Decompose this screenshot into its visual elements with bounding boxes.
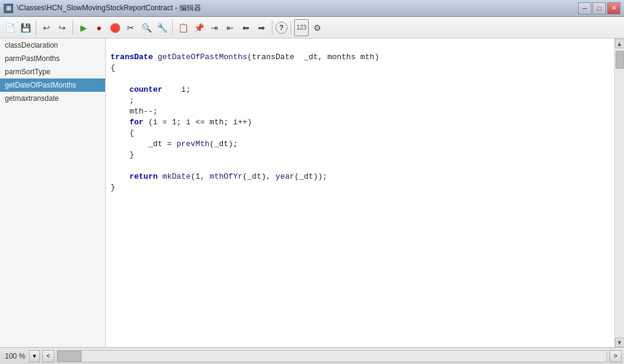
sidebar: classDeclaration parmPastMonths parmSort…: [0, 39, 106, 347]
undo-button[interactable]: ↩: [39, 19, 54, 36]
separator-3: [172, 21, 173, 35]
scissors-button[interactable]: ✂: [123, 19, 138, 36]
scroll-up-button[interactable]: ▲: [615, 39, 625, 48]
maximize-button[interactable]: □: [593, 2, 606, 14]
gear-button[interactable]: ⚙: [310, 19, 324, 36]
outdent-button[interactable]: ⇤: [223, 19, 237, 36]
zoom-dropdown-button[interactable]: ▼: [29, 350, 40, 362]
scroll-thumb-h[interactable]: [57, 351, 82, 362]
zoom-controls: 100 % ▼: [2, 350, 40, 362]
scroll-down-button[interactable]: ▼: [615, 337, 625, 347]
main-area: classDeclaration parmPastMonths parmSort…: [0, 39, 624, 347]
new-button[interactable]: 📄: [2, 19, 17, 36]
minimize-button[interactable]: ─: [578, 2, 591, 14]
copy-button[interactable]: 📋: [176, 19, 190, 36]
app-icon: ⊞: [4, 4, 13, 13]
code-editor[interactable]: transDate getDateOfPastMonths(transDate …: [106, 39, 614, 347]
close-button[interactable]: ✕: [607, 2, 620, 14]
sidebar-item-parmSortType[interactable]: parmSortType: [0, 65, 105, 78]
separator-2: [72, 21, 73, 35]
sidebar-item-classDeclaration[interactable]: classDeclaration: [0, 39, 105, 52]
vertical-scrollbar: ▲ ▼: [614, 39, 624, 347]
status-bar: 100 % ▼ < >: [0, 347, 624, 364]
indent-button[interactable]: ⇥: [207, 19, 222, 36]
scroll-right-button[interactable]: >: [610, 350, 622, 362]
num-button[interactable]: 123: [294, 19, 309, 36]
separator-4: [272, 21, 272, 35]
toolbar: 📄 💾 ↩ ↪ ▶ ● 🛑 ✂ 🔍 🔧 📋 📌 ⇥ ⇤ ⬅ ➡ ? 123 ⚙: [0, 17, 624, 39]
title-bar-left: ⊞ \Classes\HCN_SlowMovingStockReportCont…: [4, 3, 201, 13]
title-bar: ⊞ \Classes\HCN_SlowMovingStockReportCont…: [0, 0, 624, 17]
scroll-track-v[interactable]: [616, 48, 624, 337]
window-title: \Classes\HCN_SlowMovingStockReportContra…: [17, 3, 201, 13]
search-button[interactable]: 🔍: [139, 19, 153, 36]
help-button[interactable]: ?: [275, 22, 288, 34]
window-controls: ─ □ ✕: [578, 2, 620, 14]
editor-area: transDate getDateOfPastMonths(transDate …: [106, 39, 624, 347]
sidebar-item-getmaxtransdate[interactable]: getmaxtransdate: [0, 92, 105, 105]
scroll-thumb-v[interactable]: [616, 51, 624, 69]
save-button[interactable]: 💾: [18, 19, 33, 36]
sidebar-item-getDateOfPastMonths[interactable]: getDateOfPastMonths: [0, 78, 105, 92]
prev-button[interactable]: ⬅: [239, 19, 253, 36]
stop-button[interactable]: 🛑: [108, 19, 122, 36]
zoom-label: 100 %: [2, 352, 28, 360]
record-button[interactable]: ●: [92, 19, 106, 36]
separator-5: [291, 21, 291, 35]
paste-button[interactable]: 📌: [191, 19, 206, 36]
redo-button[interactable]: ↪: [55, 19, 69, 36]
sidebar-item-parmPastMonths[interactable]: parmPastMonths: [0, 52, 105, 65]
run-button[interactable]: ▶: [76, 19, 91, 36]
scroll-left-button[interactable]: <: [42, 350, 54, 362]
separator-1: [36, 21, 36, 35]
next-button[interactable]: ➡: [254, 19, 269, 36]
horizontal-scrollbar[interactable]: [57, 350, 607, 362]
filter-button[interactable]: 🔧: [155, 19, 169, 36]
